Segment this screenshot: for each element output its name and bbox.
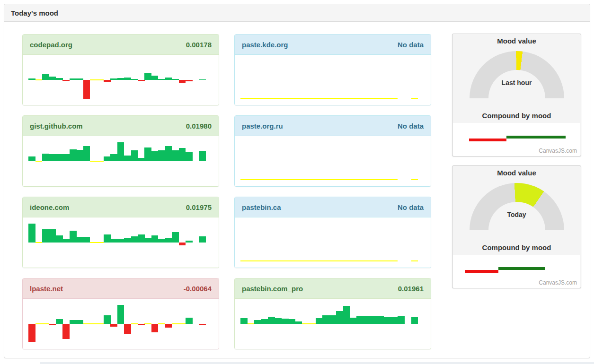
compound-title: Compound by mood (452, 243, 581, 251)
zero-line-segment (356, 98, 363, 99)
panel-title: codepad.org (30, 41, 72, 49)
gauge-title: Mood value (452, 37, 581, 45)
positive-bar (186, 152, 193, 161)
panel-header: codepad.org 0.00178 (23, 35, 219, 55)
zero-line-segment (363, 98, 371, 99)
zero-line-segment (384, 98, 391, 99)
zero-line-segment (158, 323, 165, 324)
zero-line-segment (248, 98, 255, 99)
zero-line-segment (363, 260, 371, 261)
positive-bar (151, 76, 159, 80)
zero-line-segment (350, 98, 357, 99)
panel-header: paste.org.ru No data (235, 116, 431, 136)
negative-bar (28, 324, 35, 342)
zero-line-segment (282, 179, 289, 180)
zero-line-segment (248, 179, 255, 180)
panel-title: gist.github.com (30, 122, 83, 130)
positive-bar (76, 320, 83, 324)
negative-bar (104, 80, 111, 82)
zero-line-segment (261, 98, 268, 99)
zero-line-segment (391, 98, 398, 99)
panel-paste-kde-org: paste.kde.org No data (234, 34, 431, 105)
zero-line-segment (356, 260, 363, 261)
positive-bar (144, 238, 151, 243)
zero-line-segment (83, 323, 90, 324)
zero-line-segment (322, 260, 329, 261)
panel-header: pastebin.com_pro 0.01961 (235, 278, 431, 299)
positive-bar (158, 150, 165, 161)
positive-bar (83, 237, 90, 243)
bar-chart (235, 217, 431, 268)
zero-line-segment (90, 79, 97, 80)
positive-bar (151, 235, 159, 243)
positive-bar (172, 79, 179, 80)
zero-line-segment (179, 323, 186, 324)
panel-paste-org-ru: paste.org.ru No data (234, 115, 431, 187)
panel-pastebin-com-pro: pastebin.com_pro 0.01961 (234, 278, 431, 349)
bar-chart (235, 299, 431, 349)
positive-bar (28, 224, 35, 243)
positive-bar (117, 78, 124, 80)
positive-bar (70, 78, 77, 80)
positive-bar (131, 236, 138, 243)
positive-bar (316, 318, 323, 324)
negative-bar (62, 324, 70, 339)
zero-line-segment (391, 179, 398, 180)
negative-bar (186, 80, 193, 81)
positive-bar (199, 236, 206, 243)
zero-line-segment (144, 323, 151, 324)
panel-header: gist.github.com 0.01980 (23, 116, 219, 136)
panel-ideone-com: ideone.com 0.01975 (22, 197, 219, 268)
zero-line-segment (350, 179, 357, 180)
positive-bar (70, 320, 77, 324)
positive-bar (199, 79, 206, 80)
gauge-center-label: Last hour (452, 79, 581, 87)
panel-value: -0.00064 (184, 285, 212, 293)
compound-positive-bar (506, 136, 566, 139)
positive-bar (144, 73, 151, 80)
zero-line-segment (35, 161, 43, 162)
zero-line-segment (295, 179, 302, 180)
positive-bar (56, 78, 63, 80)
positive-bar (138, 158, 145, 161)
zero-line-segment (254, 179, 261, 180)
zero-line-segment (384, 179, 391, 180)
positive-bar (158, 239, 165, 243)
zero-line-segment (288, 260, 295, 261)
zero-line-segment (377, 179, 384, 180)
gauge-card-today: Mood value Today Compound by mood Canvas… (452, 165, 581, 288)
zero-line-segment (411, 179, 418, 180)
panel-value: 0.00178 (186, 41, 212, 49)
zero-line-segment (248, 323, 255, 324)
positive-bar (350, 318, 357, 324)
positive-bar (411, 317, 418, 324)
positive-bar (76, 150, 83, 161)
positive-bar (158, 79, 165, 80)
positive-bar (62, 154, 70, 161)
compound-negative-bar (469, 139, 506, 141)
zero-line-segment (268, 179, 275, 180)
panel-title: pastebin.com_pro (242, 285, 303, 293)
positive-bar (76, 78, 83, 80)
canvasjs-watermark[interactable]: CanvasJS.com (539, 279, 577, 286)
negative-bar (138, 324, 145, 325)
positive-bar (117, 305, 124, 324)
positive-bar (172, 150, 179, 161)
negative-bar (49, 324, 56, 325)
panel-header: paste.kde.org No data (235, 35, 431, 55)
zero-line-segment (90, 242, 97, 243)
zero-line-segment (309, 98, 316, 99)
positive-bar (186, 241, 193, 243)
todays-mood-panel: Today's mood codepad.org 0.00178 gist.gi… (4, 4, 590, 358)
zero-line-segment (356, 179, 363, 180)
positive-bar (370, 316, 377, 324)
canvasjs-watermark[interactable]: CanvasJS.com (539, 147, 577, 154)
positive-bar (124, 156, 131, 161)
zero-line-segment (377, 260, 384, 261)
zero-line-segment (275, 179, 282, 180)
positive-bar (165, 238, 172, 243)
zero-line-segment (336, 179, 343, 180)
positive-bar (254, 320, 261, 324)
positive-bar (391, 317, 398, 324)
negative-bar (199, 324, 206, 325)
